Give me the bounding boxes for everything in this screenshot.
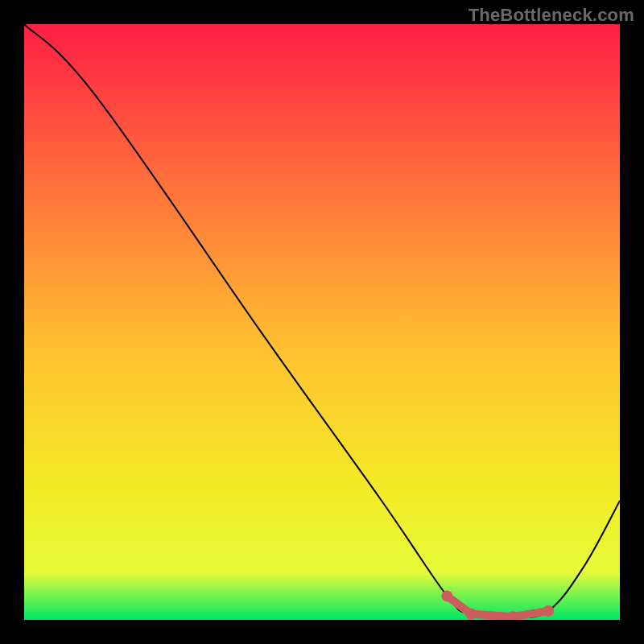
watermark-text: TheBottleneck.com: [469, 5, 634, 26]
optimal-range-dot: [543, 605, 554, 617]
chart-svg: [24, 24, 620, 620]
chart-stage: TheBottleneck.com: [0, 0, 644, 644]
optimal-range-dot: [441, 590, 452, 601]
gradient-background: [24, 24, 620, 620]
plot-area: [24, 24, 620, 620]
optimal-range-dot: [465, 609, 477, 620]
